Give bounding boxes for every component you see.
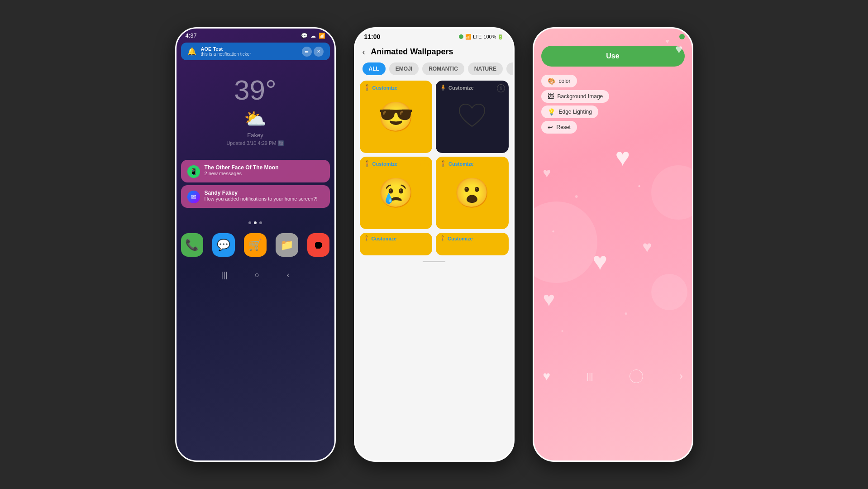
wallpaper-surprise[interactable]: 😮 🧍 Customize ℹ [436,157,509,229]
chat-app-icon[interactable]: 💬 [212,233,235,257]
dot-3 [259,221,262,224]
whatsapp-app-icon: 📱 [187,165,200,178]
customize-label-1[interactable]: 🧍 Customize [363,84,398,91]
whatsapp-icon: 💬 [301,33,308,39]
nav-recent-btn[interactable]: ||| [221,270,228,280]
notification-cards: 📱 The Other Face Of The Moon 2 new messa… [181,160,330,208]
customize-label-6[interactable]: 🧍 Customize [439,235,473,241]
heart-top-right-2: ♥ [665,38,669,45]
nav-home-circle[interactable] [630,369,643,383]
image-icon: 🖼 [548,93,554,100]
wallpaper-heart[interactable]: 🧍 Customize ℹ [436,81,509,153]
nav-next-btn[interactable]: › [679,370,682,382]
customize-label-2[interactable]: 🧍 Customize [439,84,474,91]
messenger-app-icon: ✉ [187,191,200,203]
notification-icon-btn-1[interactable]: ☰ [302,47,312,57]
surprise-emoji: 😮 [454,176,490,210]
reset-icon: ↩ [548,124,553,131]
option-color-label: color [559,78,571,84]
nav-back-btn[interactable]: ‹ [286,270,289,280]
notification-bell-icon: 🔔 [187,47,196,56]
wallpaper-sunglasses[interactable]: 😎 🧍 Customize ℹ [360,81,433,153]
phone3-green-dot [679,34,685,39]
option-color[interactable]: 🎨 color [541,75,577,87]
weather-temperature: 39° [186,74,325,106]
option-reset[interactable]: ↩ Reset [541,121,577,134]
tab-all[interactable]: ALL [362,62,386,75]
wallpaper-cry[interactable]: 😢 🧍 Customize ℹ [360,157,433,229]
customize-text-2: Customize [448,85,474,91]
tab-emoji[interactable]: EMOJI [389,62,419,75]
glow-circle-2 [651,165,693,220]
weather-location: Fakey [186,132,325,139]
phone2-status-icons: 📶 LTE 100% 🔋 [459,34,504,40]
phone1-frame: 4:37 💬 ☁ 📶 🔔 AOE Test this is a notifica… [175,27,336,462]
tab-cartoon[interactable]: CARTOON [506,62,513,75]
use-button[interactable]: Use [541,46,685,67]
info-btn-2[interactable]: ℹ [497,84,505,92]
option-edge-lighting[interactable]: 💡 Edge Lighting [541,105,598,118]
nav-multiline-icon[interactable]: ||| [587,372,593,381]
phone-app-icon[interactable]: 📞 [181,233,204,257]
customize-label-4[interactable]: 🧍 Customize [439,160,474,167]
wallpaper-surprise-thumb: 😮 [436,157,509,229]
phone3-nav-bar: ♥ ||| › [534,364,692,393]
color-icon: 🎨 [548,77,555,85]
heart-small-1: ● [575,192,578,200]
nav-home-btn[interactable]: ○ [255,270,260,280]
info-btn-1[interactable]: ℹ [420,84,429,92]
glow-circle-1 [533,201,597,283]
cloud-icon: ☁ [310,33,316,39]
customize-person-icon-1: 🧍 [363,84,371,91]
phone2-header: ‹ Animated Wallpapers [355,43,513,62]
phone3-status-bar: ♥ ♥ [534,29,692,42]
phone2-network: 📶 LTE [465,34,482,40]
heart-large-3: ♥ [543,288,555,311]
tab-romantic[interactable]: ROMANTIC [422,62,464,75]
customize-label-3[interactable]: 🧍 Customize [363,160,398,167]
customize-person-icon-6: 🧍 [439,235,446,241]
sunglasses-emoji: 😎 [378,100,414,134]
customize-person-icon-5: 🧍 [363,235,370,241]
customize-label-5[interactable]: 🧍 Customize [363,235,397,241]
phone1-status-bar: 4:37 💬 ☁ 📶 [176,29,334,43]
customize-person-icon-3: 🧍 [363,160,371,167]
info-btn-3[interactable]: ℹ [420,160,429,168]
whatsapp-notif-title: The Other Face Of The Moon [205,164,279,171]
screen-record-icon[interactable]: ⏺ [307,233,330,257]
phone2-green-dot [459,34,463,39]
animated-wallpapers-title: Animated Wallpapers [371,47,453,57]
partial-card-1[interactable]: 🧍 Customize [360,233,433,255]
glow-circle-3 [651,274,687,310]
whatsapp-notif-subtitle: 2 new messages [205,171,279,176]
wallpaper-preview-area: ♥ ♥ ● ● ● ♥ ♥ ♥ ● ● [534,138,692,364]
messenger-notification-card[interactable]: ✉ Sandy Fakey How you added notification… [181,185,330,208]
phone1-time: 4:37 [186,32,197,39]
partial-card-2[interactable]: 🧍 Customize [436,233,509,255]
notification-subtitle: this is a notification ticker [201,52,297,57]
wallpaper-cry-thumb: 😢 [360,157,433,229]
heart-medium-2: ♥ [643,238,652,256]
info-btn-4[interactable]: ℹ [497,160,505,168]
notification-banner[interactable]: 🔔 AOE Test this is a notification ticker… [181,43,330,60]
notification-icon-btn-2[interactable]: ✕ [314,47,324,57]
dot-2 [254,221,257,224]
heart-large-1: ♥ [615,143,630,172]
app-dock: 📞 💬 🛒 📁 ⏺ [181,233,330,257]
tab-nature[interactable]: NATURE [468,62,503,75]
heart-tiny-1: ● [638,183,641,188]
phone1-nav-bar: ||| ○ ‹ [181,266,330,284]
notification-title: AOE Test [201,46,297,52]
heart-medium-1: ♥ [543,165,551,181]
circle-dot-2: ● [561,328,564,333]
weather-updated: Updated 3/10 4:29 PM 🔄 [186,140,325,146]
phone2-frame: 11:00 📶 LTE 100% 🔋 ‹ Animated Wallpapers… [354,27,515,462]
whatsapp-notification-card[interactable]: 📱 The Other Face Of The Moon 2 new messa… [181,160,330,182]
messenger-notif-title: Sandy Fakey [205,190,318,196]
customize-text-4: Customize [448,161,474,167]
store-app-icon[interactable]: 🛒 [244,233,267,257]
files-app-icon[interactable]: 📁 [276,233,298,257]
weather-widget: 39° ⛅ Fakey Updated 3/10 4:29 PM 🔄 [176,60,334,151]
back-button[interactable]: ‹ [362,47,366,57]
option-background-image[interactable]: 🖼 Background Image [541,90,610,103]
